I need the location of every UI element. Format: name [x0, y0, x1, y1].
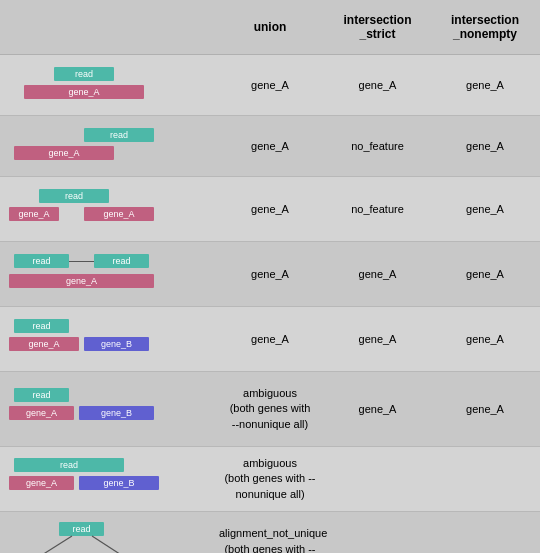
- gene-a-bar: gene_A: [14, 146, 114, 160]
- table-row: read gene_A gene_B gene_A gene_A gene_A: [0, 307, 540, 372]
- cell-union: gene_A: [215, 333, 325, 345]
- table-row: read gene_A gene_A no_feature gene_A: [0, 116, 540, 177]
- diagram-cell: read gene_A gene_B: [0, 449, 215, 509]
- cell-union: gene_A: [215, 79, 325, 91]
- header-row: union intersection _strict intersection …: [0, 0, 540, 55]
- read-bar-right: read: [94, 254, 149, 268]
- gene-a-bar: gene_A: [9, 274, 154, 288]
- connector-line: [69, 261, 94, 262]
- gene-a-bar: gene_A: [9, 406, 74, 420]
- table-row: read read gene_A gene_A gene_A gene_A: [0, 242, 540, 307]
- read-bar: read: [39, 189, 109, 203]
- gene-b-bar: gene_B: [79, 406, 154, 420]
- diagram-cell: read gene_A: [0, 116, 215, 176]
- read-bar: read: [14, 319, 69, 333]
- cell-nonempty: gene_A: [430, 268, 540, 280]
- table-row: read gene_A gene_A gene_A no_feature gen…: [0, 177, 540, 242]
- cell-strict: gene_A: [325, 79, 430, 91]
- table-row: read gene_A gene_B ambiguous (both genes…: [0, 447, 540, 512]
- table-row: read gene_A gene_B ambiguous (both genes…: [0, 372, 540, 447]
- diagram-cell: read gene_A: [0, 55, 215, 115]
- cell-union: ambiguous (both genes with --nonunique a…: [215, 386, 325, 432]
- union-header: union: [215, 20, 325, 34]
- svg-line-0: [34, 536, 72, 553]
- main-table: union intersection _strict intersection …: [0, 0, 540, 553]
- read-bar: read: [14, 388, 69, 402]
- cell-nonempty: gene_A: [430, 140, 540, 152]
- diagram-cell: read gene_A gene_B: [0, 379, 215, 439]
- diagram-cell: read read gene_A: [0, 244, 215, 304]
- gene-a-bar: gene_A: [9, 476, 74, 490]
- read-bar: read: [54, 67, 114, 81]
- cell-nonempty: gene_A: [430, 79, 540, 91]
- cell-nonempty: gene_A: [430, 403, 540, 415]
- cell-union: gene_A: [215, 268, 325, 280]
- read-bar: read: [14, 458, 124, 472]
- read-bar: read: [84, 128, 154, 142]
- gene-b-bar: gene_B: [79, 476, 159, 490]
- cell-strict: gene_A: [325, 333, 430, 345]
- fork-svg: [4, 522, 204, 553]
- table-row: read ? gene_A gene_B alignment_not_uniqu…: [0, 512, 540, 553]
- cell-nonempty: gene_A: [430, 203, 540, 215]
- cell-strict: no_feature: [325, 203, 430, 215]
- cell-nonempty: gene_A: [430, 333, 540, 345]
- strict-header: intersection _strict: [325, 13, 430, 41]
- gene-a-bar-left: gene_A: [9, 207, 59, 221]
- cell-union: alignment_not_unique (both genes with --…: [215, 526, 325, 553]
- read-bar-left: read: [14, 254, 69, 268]
- diagram-cell: read ? gene_A gene_B: [0, 512, 215, 553]
- gene-a-bar: gene_A: [24, 85, 144, 99]
- diagram-cell: read gene_A gene_A: [0, 179, 215, 239]
- diagram-cell: read gene_A gene_B: [0, 309, 215, 369]
- cell-strict: gene_A: [325, 268, 430, 280]
- cell-strict: gene_A: [325, 403, 430, 415]
- gene-b-bar: gene_B: [84, 337, 149, 351]
- table-row: read gene_A gene_A gene_A gene_A: [0, 55, 540, 116]
- nonempty-header: intersection _nonempty: [430, 13, 540, 41]
- cell-union: gene_A: [215, 140, 325, 152]
- cell-union: ambiguous (both genes with --nonunique a…: [215, 456, 325, 502]
- gene-a-bar-right: gene_A: [84, 207, 154, 221]
- svg-line-1: [92, 536, 129, 553]
- cell-strict: no_feature: [325, 140, 430, 152]
- gene-a-bar: gene_A: [9, 337, 79, 351]
- cell-union: gene_A: [215, 203, 325, 215]
